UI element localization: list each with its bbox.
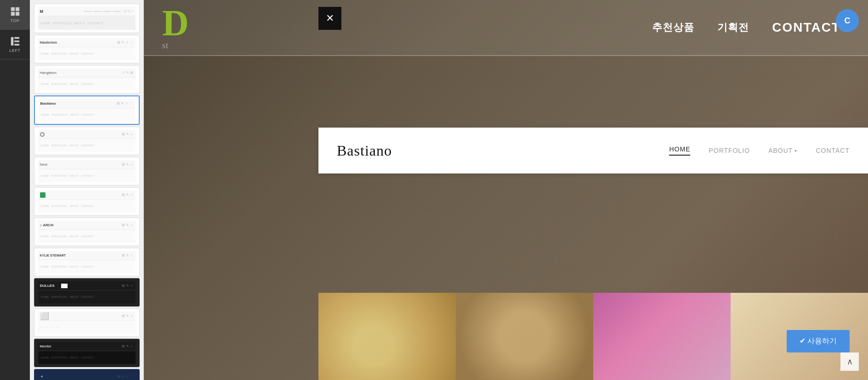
template-item-5[interactable]: ⊞ ✎ ☆ HOME PORTFOLIO ABOUT CONTACT (34, 127, 140, 155)
nav-link-0[interactable]: 추천상품 (652, 21, 694, 34)
template-item-kylie[interactable]: KYLIE STEWART ⊞ ✎ ☆ HOME PORTFOLIO ABOUT… (34, 248, 140, 276)
main-content: D st 추천상품 기획전 CONTACT ✕ C Bastiano HOME … (144, 0, 868, 380)
scroll-up-button[interactable]: ∧ (840, 352, 859, 371)
bastiano-preview-card: Bastiano HOME PORTFOLIO ABOUT ▾ CONTACT (318, 128, 868, 173)
nav-separator (144, 55, 868, 56)
nav-link-contact[interactable]: CONTACT (772, 20, 840, 35)
sidebar-btn-left[interactable]: LEFT (0, 30, 30, 60)
svg-rect-3 (15, 12, 19, 16)
close-button[interactable]: ✕ (318, 7, 341, 30)
image-strip (318, 293, 868, 380)
nav-link-1[interactable]: 기획전 (717, 21, 749, 34)
bastiano-nav-about[interactable]: ABOUT ▾ (768, 147, 797, 154)
template-item-hector[interactable]: Hector ⊞ ✎ ☆ HOME PORTFOLIO ABOUT CONTAC… (34, 339, 140, 367)
korean-nav-links: 추천상품 기획전 CONTACT (652, 20, 840, 35)
sidebar-icon (10, 36, 20, 46)
logo-letter: D (162, 3, 189, 43)
bastiano-label: Bastiano (40, 101, 56, 106)
template-item-3[interactable]: Hangleton ☆ ✎ ⊞ HOME PORTFOLIO ABOUT CON… (34, 65, 140, 94)
img-cell-3 (593, 293, 731, 380)
left-sidebar: TOP LEFT (0, 0, 30, 380)
sidebar-left-label: LEFT (9, 48, 20, 53)
template-item-11[interactable]: ⬜ ⊞ ✎ ☆ — — — — (34, 308, 140, 337)
template-item-nest[interactable]: Nest ⊞ ✎ ☆ HOME PORTFOLIO ABOUT CONTACT (34, 157, 140, 185)
template-panel: M ⊡ ✎ ☆ HOME PORTFOLIO ABOUT CONTACT Hau… (30, 0, 144, 380)
bastiano-nav: HOME PORTFOLIO ABOUT ▾ CONTACT (669, 145, 850, 156)
template-item-green[interactable]: ⊞ ✎ ☆ HOME PORTFOLIO ABOUT CONTACT (34, 187, 140, 216)
grid-icon (10, 6, 20, 17)
img-cell-2 (456, 293, 593, 380)
site-logo: D st (162, 5, 189, 50)
svg-rect-5 (14, 37, 19, 39)
template-item-arch[interactable]: ⌂ ARCH ⊞ ✎ ☆ HOME PORTFOLIO ABOUT CONTAC… (34, 218, 140, 246)
sidebar-btn-top[interactable]: TOP (0, 0, 30, 30)
svg-rect-6 (14, 40, 19, 42)
svg-rect-4 (11, 37, 13, 45)
svg-rect-1 (15, 7, 19, 11)
svg-rect-0 (11, 7, 14, 11)
template-item-13[interactable]: ✦ ⊞ ✎ ☆ ⋮ HOME PORTFOLIO ABOUT CONTACT (34, 369, 140, 380)
img-cell-1 (318, 293, 456, 380)
bastiano-nav-home[interactable]: HOME (669, 145, 690, 156)
svg-rect-7 (14, 44, 19, 46)
template-item-dulles[interactable]: DULLES ⊞ ✎ ☆ HOME PORTFOLIO ABOUT CONTAC… (34, 278, 140, 307)
chevron-down-icon: ▾ (794, 148, 797, 153)
template-item-2[interactable]: Hauterion ⊞ ✎ ☆ ⋮ HOME PORTFOLIO ABOUT C… (34, 35, 140, 63)
use-button[interactable]: ✔ 사용하기 (787, 330, 850, 352)
bastiano-nav-portfolio[interactable]: PORTFOLIO (709, 147, 750, 154)
sidebar-top-label: TOP (11, 18, 20, 23)
svg-rect-2 (11, 12, 14, 16)
korean-nav: D st 추천상품 기획전 CONTACT (144, 0, 868, 55)
bastiano-title: Bastiano (337, 142, 392, 159)
template-item-bastiano[interactable]: Bastiano ⊞ ✎ ☆ ⋮ HOME PORTFOLIO ABOUT CO… (34, 95, 140, 125)
template-item-1[interactable]: M ⊡ ✎ ☆ HOME PORTFOLIO ABOUT CONTACT (34, 4, 140, 33)
bastiano-nav-contact[interactable]: CONTACT (816, 147, 850, 154)
profile-icon[interactable]: C (836, 9, 859, 32)
